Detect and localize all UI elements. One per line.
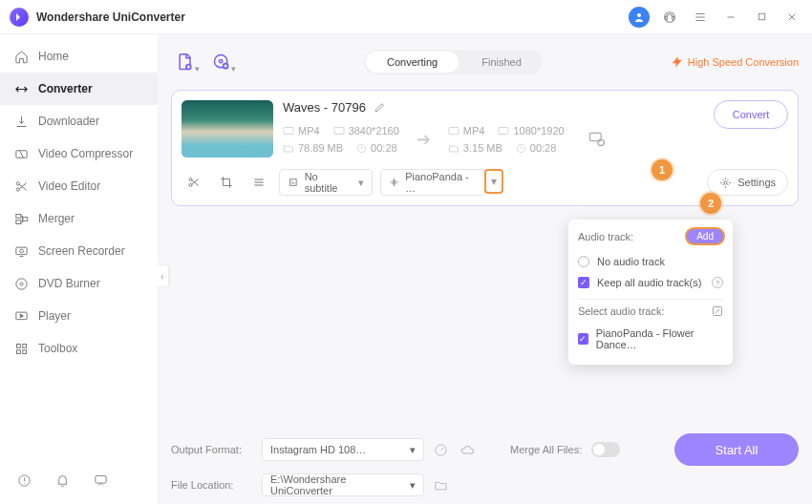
sidebar-item-home[interactable]: Home xyxy=(0,40,158,73)
record-icon xyxy=(13,243,29,259)
file-card: Waves - 70796 MP4 3840*2160 78.89 MB 00:… xyxy=(171,90,799,206)
file-location-value: E:\Wondershare UniConverter xyxy=(270,473,410,496)
radio-icon xyxy=(578,256,589,267)
rename-icon[interactable] xyxy=(374,101,386,114)
main-panel: ▾ ▾ Converting Finished High Speed Conve… xyxy=(158,34,812,504)
svg-point-24 xyxy=(220,60,223,63)
sidebar-label: Downloader xyxy=(38,115,99,128)
keep-all-option[interactable]: ✓Keep all audio track(s)? xyxy=(578,272,723,293)
tab-segment: Converting Finished xyxy=(364,50,543,74)
svg-rect-29 xyxy=(449,128,459,135)
folder-open-icon[interactable] xyxy=(434,479,451,492)
src-size: 78.89 MB xyxy=(283,142,343,154)
edit-tracks-icon[interactable] xyxy=(712,305,723,317)
sidebar-item-converter[interactable]: Converter xyxy=(0,73,158,105)
svg-rect-27 xyxy=(334,128,344,135)
settings-label: Settings xyxy=(737,177,776,188)
output-format-select[interactable]: Instagram HD 108…▾ xyxy=(262,438,424,461)
file-location-label: File Location: xyxy=(171,479,252,491)
sidebar-item-toolbox[interactable]: Toolbox xyxy=(0,332,158,365)
output-settings-icon[interactable] xyxy=(582,124,612,155)
dst-format: MP4 xyxy=(448,125,485,136)
svg-rect-18 xyxy=(16,349,20,353)
compress-icon xyxy=(13,146,29,161)
sidebar-item-dvd[interactable]: DVD Burner xyxy=(0,267,158,300)
close-button[interactable] xyxy=(781,7,802,28)
sidebar-item-compressor[interactable]: Video Compressor xyxy=(0,137,158,170)
menu-icon[interactable] xyxy=(690,7,711,28)
audio-dropdown[interactable]: PianoPanda - … xyxy=(380,169,485,196)
minimize-button[interactable] xyxy=(720,7,741,28)
feedback-icon[interactable] xyxy=(90,470,111,491)
checkbox-icon: ✓ xyxy=(578,333,588,345)
tab-converting[interactable]: Converting xyxy=(366,52,459,73)
sidebar-item-editor[interactable]: Video Editor xyxy=(0,170,158,202)
svg-point-36 xyxy=(724,180,727,183)
arrow-icon: ➔ xyxy=(417,129,431,150)
sidebar-item-recorder[interactable]: Screen Recorder xyxy=(0,235,158,267)
grid-icon xyxy=(13,341,29,356)
add-disc-button[interactable]: ▾ xyxy=(207,48,236,76)
speed-icon[interactable] xyxy=(434,443,451,457)
dst-resolution: 1080*1920 xyxy=(498,125,564,136)
sidebar: Home Converter Downloader Video Compress… xyxy=(0,34,158,504)
app-logo xyxy=(10,8,29,27)
output-format-label: Output Format: xyxy=(171,444,252,455)
src-format: MP4 xyxy=(283,125,320,136)
video-thumbnail[interactable] xyxy=(182,100,273,158)
no-audio-option[interactable]: No audio track xyxy=(578,251,723,272)
add-file-button[interactable]: ▾ xyxy=(171,48,200,76)
audio-value: PianoPanda - … xyxy=(405,171,477,194)
sidebar-item-merger[interactable]: Merger xyxy=(0,202,158,235)
high-speed-toggle[interactable]: High Speed Conversion xyxy=(671,55,799,69)
start-all-button[interactable]: Start All xyxy=(674,433,799,466)
cloud-icon[interactable] xyxy=(460,443,478,456)
svg-point-12 xyxy=(19,249,23,253)
convert-button[interactable]: Convert xyxy=(714,100,788,129)
svg-rect-16 xyxy=(16,344,20,347)
sidebar-item-player[interactable]: Player xyxy=(0,300,158,332)
bell-icon[interactable] xyxy=(52,470,73,491)
effects-icon[interactable] xyxy=(246,172,271,193)
checkbox-icon: ✓ xyxy=(578,277,589,288)
merge-label: Merge All Files: xyxy=(510,444,582,455)
svg-rect-30 xyxy=(499,128,508,135)
sidebar-label: Home xyxy=(38,50,69,63)
callout-1: 1 xyxy=(652,159,673,180)
file-location-select[interactable]: E:\Wondershare UniConverter▾ xyxy=(262,473,424,496)
merge-toggle[interactable] xyxy=(591,442,620,457)
src-resolution: 3840*2160 xyxy=(333,125,399,136)
merge-icon xyxy=(13,211,29,226)
output-format-value: Instagram HD 108… xyxy=(270,444,366,455)
select-track-header: Select audio track: xyxy=(578,305,665,317)
user-avatar[interactable] xyxy=(629,7,650,28)
trim-icon[interactable] xyxy=(182,172,206,193)
titlebar: Wondershare UniConverter xyxy=(0,0,812,34)
scissors-icon xyxy=(13,178,29,194)
hsc-label: High Speed Conversion xyxy=(688,56,799,68)
maximize-button[interactable] xyxy=(751,7,772,28)
no-audio-label: No audio track xyxy=(597,256,665,267)
sidebar-label: Player xyxy=(38,309,71,323)
sidebar-label: Screen Recorder xyxy=(38,244,125,258)
collapse-sidebar-button[interactable]: ‹ xyxy=(157,265,168,286)
svg-rect-3 xyxy=(673,16,674,19)
svg-rect-4 xyxy=(759,13,764,19)
svg-rect-9 xyxy=(15,220,20,223)
sidebar-item-downloader[interactable]: Downloader xyxy=(0,105,158,137)
crop-icon[interactable] xyxy=(214,172,239,193)
support-icon[interactable] xyxy=(659,7,680,28)
subtitle-dropdown[interactable]: No subtitle▾ xyxy=(279,169,373,196)
disc-icon xyxy=(13,276,29,291)
subtitle-value: No subtitle xyxy=(305,171,353,194)
app-title: Wondershare UniConverter xyxy=(36,10,185,24)
add-audio-button[interactable]: Add xyxy=(687,229,723,243)
error-log-icon[interactable] xyxy=(13,470,34,491)
sidebar-label: DVD Burner xyxy=(38,277,100,290)
info-icon[interactable]: ? xyxy=(712,277,723,288)
settings-button[interactable]: Settings xyxy=(707,169,788,196)
track-option-1[interactable]: ✓PianoPanda - Flower Dance… xyxy=(578,323,723,355)
svg-rect-19 xyxy=(22,349,26,353)
tab-finished[interactable]: Finished xyxy=(460,50,543,74)
audio-dropdown-caret[interactable]: ▾ xyxy=(484,169,503,194)
